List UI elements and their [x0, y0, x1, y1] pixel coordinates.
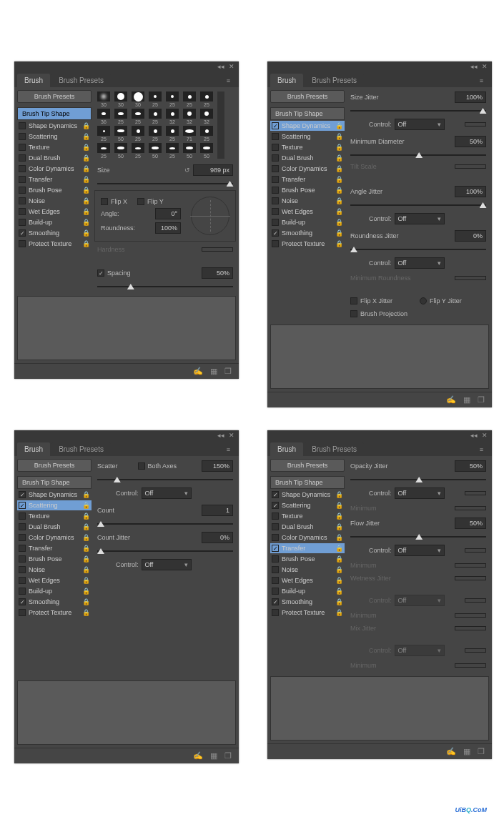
- roundness-jitter-input[interactable]: 0%: [455, 230, 486, 242]
- opt-build-up[interactable]: Build-up🔒: [17, 217, 92, 227]
- brush-tip-shape-header[interactable]: Brush Tip Shape: [17, 107, 92, 120]
- opt-color-dynamics[interactable]: Color Dynamics🔒: [270, 164, 345, 174]
- min-diameter-input[interactable]: 50%: [455, 136, 486, 147]
- angle-input[interactable]: 0°: [155, 208, 181, 219]
- opt-dual-brush[interactable]: Dual Brush🔒: [17, 522, 92, 532]
- tab-brush-presets[interactable]: Brush Presets: [51, 442, 111, 456]
- opt-transfer[interactable]: Transfer🔒: [17, 174, 92, 184]
- lock-icon[interactable]: 🔒: [81, 566, 90, 573]
- both-axes-checkbox[interactable]: [138, 462, 145, 470]
- lock-icon[interactable]: 🔒: [81, 197, 90, 204]
- collapse-icon[interactable]: ◂◂: [470, 432, 478, 439]
- flow-jitter-slider[interactable]: [350, 535, 486, 539]
- lock-icon[interactable]: 🔒: [81, 512, 90, 520]
- brush-presets-button[interactable]: Brush Presets: [270, 90, 345, 103]
- close-icon[interactable]: ✕: [482, 432, 488, 439]
- grid-icon[interactable]: ▦: [463, 747, 470, 756]
- checkbox[interactable]: [19, 122, 26, 129]
- lock-icon[interactable]: 🔒: [335, 502, 343, 509]
- tab-brush[interactable]: Brush: [17, 74, 50, 87]
- lock-icon[interactable]: 🔒: [335, 545, 343, 552]
- lock-icon[interactable]: 🔒: [335, 566, 343, 573]
- flow-jitter-input[interactable]: 50%: [455, 518, 486, 529]
- lock-icon[interactable]: 🔒: [81, 187, 90, 194]
- checkbox[interactable]: [19, 176, 26, 183]
- checkbox[interactable]: [272, 122, 279, 129]
- checkbox[interactable]: [272, 154, 279, 162]
- lock-icon[interactable]: 🔒: [81, 154, 90, 162]
- lock-icon[interactable]: 🔒: [335, 208, 343, 215]
- checkbox[interactable]: [19, 197, 26, 204]
- opacity-jitter-input[interactable]: 50%: [455, 460, 486, 472]
- checkbox[interactable]: [19, 133, 26, 140]
- opt-noise[interactable]: Noise🔒: [17, 565, 92, 575]
- checkbox[interactable]: [272, 598, 279, 605]
- lock-icon[interactable]: 🔒: [335, 229, 343, 237]
- panel-menu-icon[interactable]: ≡: [224, 74, 233, 87]
- brush-tip-shape-header[interactable]: Brush Tip Shape: [270, 476, 345, 489]
- count-input[interactable]: 1: [202, 505, 233, 516]
- opt-texture[interactable]: Texture🔒: [17, 142, 92, 152]
- pen-pressure-icon[interactable]: ✍: [193, 367, 203, 376]
- new-preset-icon[interactable]: ❐: [478, 747, 485, 756]
- checkbox[interactable]: [272, 555, 279, 563]
- checkbox[interactable]: [19, 545, 26, 552]
- roundness-control-select[interactable]: Off: [395, 257, 445, 269]
- lock-icon[interactable]: 🔒: [81, 165, 90, 172]
- opt-brush-pose[interactable]: Brush Pose🔒: [17, 554, 92, 564]
- opacity-control-select[interactable]: Off: [395, 487, 445, 499]
- checkbox[interactable]: [19, 523, 26, 530]
- lock-icon[interactable]: 🔒: [81, 588, 90, 595]
- collapse-icon[interactable]: ◂◂: [470, 63, 478, 70]
- opt-scattering[interactable]: Scattering🔒: [270, 500, 345, 510]
- lock-icon[interactable]: 🔒: [81, 219, 90, 226]
- lock-icon[interactable]: 🔒: [335, 512, 343, 520]
- opt-dual-brush[interactable]: Dual Brush🔒: [17, 153, 92, 163]
- opt-scattering[interactable]: Scattering🔒: [270, 132, 345, 142]
- opt-smoothing[interactable]: Smoothing🔒: [17, 228, 92, 238]
- spacing-input[interactable]: 50%: [202, 267, 233, 279]
- checkbox[interactable]: [19, 187, 26, 194]
- grid-icon[interactable]: ▦: [210, 367, 217, 376]
- checkbox[interactable]: [272, 534, 279, 541]
- opt-dual-brush[interactable]: Dual Brush🔒: [270, 153, 345, 163]
- lock-icon[interactable]: 🔒: [81, 144, 90, 151]
- collapse-icon[interactable]: ◂◂: [217, 63, 224, 70]
- tab-brush-presets[interactable]: Brush Presets: [305, 74, 364, 87]
- brush-presets-button[interactable]: Brush Presets: [17, 90, 92, 103]
- new-preset-icon[interactable]: ❐: [224, 367, 232, 376]
- opt-shape-dynamics[interactable]: Shape Dynamics🔒: [17, 490, 92, 500]
- lock-icon[interactable]: 🔒: [81, 609, 90, 616]
- lock-icon[interactable]: 🔒: [81, 545, 90, 552]
- opt-protect-texture[interactable]: Protect Texture🔒: [17, 239, 92, 249]
- tab-brush[interactable]: Brush: [270, 442, 303, 456]
- checkbox[interactable]: [19, 229, 26, 237]
- checkbox[interactable]: [272, 545, 279, 552]
- opt-smoothing[interactable]: Smoothing🔒: [17, 597, 92, 607]
- lock-icon[interactable]: 🔒: [81, 534, 90, 541]
- lock-icon[interactable]: 🔒: [81, 176, 90, 183]
- grid-icon[interactable]: ▦: [463, 395, 470, 405]
- checkbox[interactable]: [19, 609, 26, 616]
- checkbox[interactable]: [272, 240, 279, 247]
- opt-color-dynamics[interactable]: Color Dynamics🔒: [17, 164, 92, 174]
- opt-brush-pose[interactable]: Brush Pose🔒: [17, 185, 92, 195]
- flipx-checkbox[interactable]: [101, 198, 108, 205]
- checkbox[interactable]: [19, 154, 26, 162]
- opt-texture[interactable]: Texture🔒: [17, 511, 92, 521]
- lock-icon[interactable]: 🔒: [81, 491, 90, 498]
- lock-icon[interactable]: 🔒: [335, 609, 343, 616]
- opt-wet-edges[interactable]: Wet Edges🔒: [270, 575, 345, 585]
- opt-noise[interactable]: Noise🔒: [17, 196, 92, 206]
- opt-shape-dynamics[interactable]: Shape Dynamics🔒: [17, 121, 92, 131]
- checkbox[interactable]: [272, 491, 279, 498]
- lock-icon[interactable]: 🔒: [335, 197, 343, 204]
- opt-color-dynamics[interactable]: Color Dynamics🔒: [270, 533, 345, 543]
- lock-icon[interactable]: 🔒: [335, 491, 343, 498]
- lock-icon[interactable]: 🔒: [335, 598, 343, 605]
- lock-icon[interactable]: 🔒: [335, 122, 343, 129]
- checkbox[interactable]: [19, 598, 26, 605]
- checkbox[interactable]: [272, 566, 279, 573]
- size-jitter-input[interactable]: 100%: [455, 91, 486, 103]
- brush-presets-button[interactable]: Brush Presets: [270, 459, 345, 472]
